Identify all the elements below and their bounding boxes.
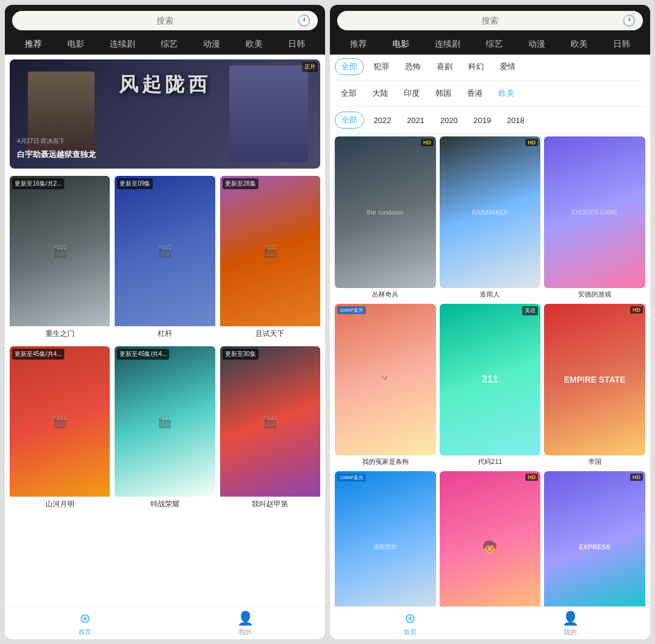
movie-poster-tong-qin: 通勤营救 [335, 471, 436, 606]
hero-desc: 白宇助聂远越狱查独龙 [17, 149, 96, 160]
left-nav-tab-japanese[interactable]: 日韩 [284, 36, 309, 55]
genre-tag-horror[interactable]: 恐怖 [399, 59, 427, 75]
region-tag-india[interactable]: 印度 [398, 86, 426, 101]
year-tag-all[interactable]: 全部 [335, 112, 364, 129]
left-nav-tab-recommend[interactable]: 推荐 [21, 36, 45, 55]
movie-grid-row3: 通勤营救 1080P蓝光 通勤营救 🧒 HD EXPRESS [335, 471, 645, 606]
left-nav-tab-western[interactable]: 欧美 [242, 36, 266, 55]
movie-name-di-guo: 帝国 [544, 455, 645, 466]
card-label-ganggan: 杠杆 [115, 326, 215, 339]
genre-tag-crime[interactable]: 犯罪 [368, 59, 395, 75]
card-badge-shanheyueming: 更新至45集/共4... [12, 349, 64, 360]
movie-poster-cong-lin: the rundown [335, 136, 436, 288]
year-tag-2019[interactable]: 2019 [468, 113, 497, 127]
right-nav-home[interactable]: ⊛ 首页 [330, 611, 490, 637]
left-content: 风起陇西 4月27日 弈决高下 白宇助聂远越狱查独龙 正片 🎬 更新至16集/共… [5, 55, 325, 606]
left-search-input[interactable] [21, 16, 309, 25]
region-tag-korea[interactable]: 韩国 [429, 86, 457, 101]
year-tag-2018[interactable]: 2018 [501, 113, 531, 127]
card-shengzhimeng[interactable]: 🎬 更新至16集/共2... 重生之门 [10, 176, 110, 339]
card-badge-shengzhimeng: 更新至16集/共2... [12, 178, 64, 189]
left-clock-icon[interactable]: 🕐 [297, 14, 311, 27]
movie-card-di-guo[interactable]: EMPIRE STATE HD 帝国 [544, 304, 645, 466]
left-nav-tabs: 推荐 电影 连续剧 综艺 动漫 欧美 日韩 [12, 36, 318, 55]
movie-card-an-de[interactable]: ENDER'S GAME 安德的游戏 [544, 136, 645, 299]
region-tag-mainland[interactable]: 大陆 [366, 86, 394, 101]
movie-badge-cong-lin: HD [421, 139, 434, 146]
card-wojiao[interactable]: 🎬 更新至30集 我叫赵甲第 [220, 346, 320, 509]
movie-name-cong-lin: 丛林奇兵 [335, 288, 436, 299]
right-nav-tab-recommend[interactable]: 推荐 [346, 36, 371, 55]
card-ganggan[interactable]: 🎬 更新至09集 杠杆 [115, 176, 215, 339]
left-hero-banner[interactable]: 风起陇西 4月27日 弈决高下 白宇助聂远越狱查独龙 正片 [10, 59, 320, 169]
movie-card-dai-ma[interactable]: 211 英语 代码211 [440, 304, 541, 466]
card-img-wojiao: 🎬 [220, 346, 320, 497]
movie-badge-tong-qin: 1080P蓝光 [337, 474, 366, 481]
hero-badge: 正片 [302, 62, 318, 72]
genre-tag-all[interactable]: 全部 [335, 58, 364, 75]
region-tag-western[interactable]: 欧美 [492, 86, 520, 101]
movie-card-tong-qin[interactable]: 通勤营救 1080P蓝光 通勤营救 [335, 471, 436, 606]
left-nav-tab-movie[interactable]: 电影 [64, 36, 88, 55]
movie-card-yuan-jia[interactable]: 🐕 1080P蓝光 我的冤家是条狗 [335, 304, 436, 466]
card-badge-qieshi: 更新至28集 [223, 178, 258, 189]
left-mine-icon: 👤 [237, 611, 254, 626]
left-header: 🕐 推荐 电影 连续剧 综艺 动漫 欧美 日韩 [5, 5, 325, 55]
right-header: 🕐 推荐 电影 连续剧 综艺 动漫 欧美 日韩 [330, 5, 650, 55]
genre-tag-romance[interactable]: 爱情 [494, 59, 522, 75]
genre-tag-scifi[interactable]: 科幻 [462, 59, 490, 75]
genre-filter-row: 全部 犯罪 恐怖 喜剧 科幻 爱情 [335, 55, 645, 79]
right-nav-tab-movie[interactable]: 电影 [389, 36, 413, 55]
movie-name-dai-ma: 代码211 [440, 455, 541, 466]
right-home-icon: ⊛ [405, 611, 415, 626]
left-nav-tab-anime[interactable]: 动漫 [200, 36, 224, 55]
movie-poster-zao-yu: RAINMAKER [440, 136, 541, 288]
card-badge-ganggan: 更新至09集 [117, 178, 153, 189]
right-nav-tab-western[interactable]: 欧美 [567, 36, 591, 55]
movie-thumb-tong-qin: 通勤营救 1080P蓝光 [335, 471, 436, 606]
year-tag-2020[interactable]: 2020 [434, 113, 464, 127]
movie-poster-row3-2: 🧒 [440, 471, 541, 606]
hero-title: 风起陇西 [119, 72, 211, 98]
right-nav-tab-japanese[interactable]: 日韩 [610, 36, 634, 55]
movie-thumb-row3-2: 🧒 HD [440, 471, 541, 606]
movie-poster-an-de: ENDER'S GAME [544, 136, 645, 288]
right-nav-tab-anime[interactable]: 动漫 [525, 36, 549, 55]
movie-grid-row2: 🐕 1080P蓝光 我的冤家是条狗 211 英语 代码211 [335, 304, 645, 466]
left-nav-tab-series[interactable]: 连续剧 [106, 36, 139, 55]
card-label-shanheyueming: 山河月明 [10, 497, 110, 509]
card-shanheyueming[interactable]: 🎬 更新至45集/共4... 山河月明 [10, 346, 110, 509]
region-tag-all[interactable]: 全部 [335, 86, 363, 101]
genre-tag-comedy[interactable]: 喜剧 [431, 59, 458, 75]
right-nav-tab-variety[interactable]: 综艺 [482, 36, 506, 55]
filter-divider-2 [335, 106, 645, 107]
right-search-input[interactable] [346, 16, 634, 25]
movie-card-row3-3[interactable]: EXPRESS HD [544, 471, 645, 606]
right-search-bar[interactable]: 🕐 [337, 11, 643, 30]
left-cards-row2: 🎬 更新至45集/共4... 山河月明 🎬 更新至45集/共4... 特战荣耀 … [10, 346, 320, 509]
right-nav-tab-series[interactable]: 连续剧 [431, 36, 464, 55]
region-tag-hongkong[interactable]: 香港 [461, 86, 489, 101]
card-tezhanyaoyao[interactable]: 🎬 更新至45集/共4... 特战荣耀 [115, 346, 215, 509]
year-tag-2022[interactable]: 2022 [368, 113, 397, 127]
card-qieshi[interactable]: 🎬 更新至28集 且试天下 [220, 176, 320, 339]
right-clock-icon[interactable]: 🕐 [622, 14, 636, 27]
card-label-qieshi: 且试天下 [220, 326, 320, 339]
movie-card-zao-yu[interactable]: RAINMAKER HD 造雨人 [440, 136, 541, 299]
movie-badge-zao-yu: HD [525, 139, 538, 146]
movie-badge-di-guo: HD [630, 306, 643, 314]
year-tag-2021[interactable]: 2021 [401, 113, 431, 127]
movie-card-cong-lin[interactable]: the rundown HD 丛林奇兵 [335, 136, 436, 299]
right-nav-mine[interactable]: 👤 我的 [490, 611, 650, 637]
left-nav-mine[interactable]: 👤 我的 [165, 611, 325, 637]
movie-card-row3-2[interactable]: 🧒 HD [440, 471, 541, 606]
right-mine-icon: 👤 [562, 611, 579, 626]
left-nav-home[interactable]: ⊛ 首页 [5, 611, 165, 637]
right-mine-label: 我的 [563, 628, 577, 637]
card-label-tezhanyaoyao: 特战荣耀 [115, 497, 215, 509]
movie-thumb-dai-ma: 211 英语 [440, 304, 541, 455]
card-badge-wojiao: 更新至30集 [223, 349, 258, 360]
right-nav-tabs: 推荐 电影 连续剧 综艺 动漫 欧美 日韩 [337, 36, 643, 55]
left-search-bar[interactable]: 🕐 [12, 11, 318, 30]
left-nav-tab-variety[interactable]: 综艺 [157, 36, 181, 55]
